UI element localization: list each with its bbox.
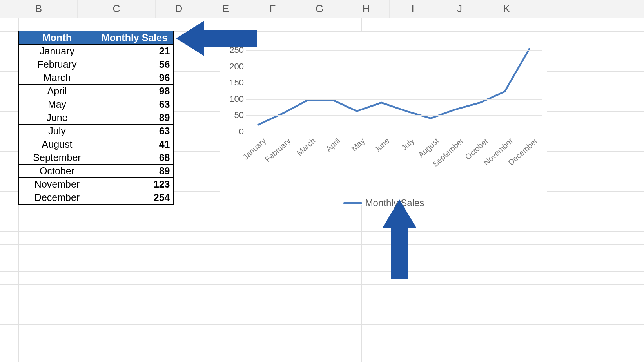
cell-month[interactable]: November bbox=[18, 177, 96, 191]
cell-sales[interactable]: 21 bbox=[96, 44, 174, 58]
worksheet-grid[interactable]: Month Monthly Sales January21February56M… bbox=[0, 18, 644, 362]
chart-object[interactable]: 050100150200250 JanuaryFebruaryMarchApri… bbox=[220, 32, 547, 205]
table-row[interactable]: April98 bbox=[18, 84, 174, 98]
legend-label: Monthly Sales bbox=[365, 197, 424, 208]
x-tick-label: May bbox=[350, 136, 366, 153]
cell-month[interactable]: January bbox=[18, 44, 96, 58]
table-row[interactable]: August41 bbox=[18, 138, 174, 151]
y-tick-label: 0 bbox=[222, 127, 244, 137]
column-header-K[interactable]: K bbox=[483, 0, 530, 18]
table-row[interactable]: December254 bbox=[18, 191, 174, 204]
x-tick-label: April bbox=[324, 136, 342, 154]
cell-sales[interactable]: 63 bbox=[96, 124, 174, 138]
line-series bbox=[246, 50, 542, 132]
table-row[interactable]: June89 bbox=[18, 111, 174, 124]
cell-sales[interactable]: 123 bbox=[96, 177, 174, 191]
chart-legend: Monthly Sales bbox=[220, 197, 547, 208]
y-tick-label: 150 bbox=[222, 78, 244, 88]
cell-month[interactable]: April bbox=[18, 84, 96, 98]
column-header-F[interactable]: F bbox=[249, 0, 296, 18]
cell-sales[interactable]: 96 bbox=[96, 71, 174, 85]
svg-marker-1 bbox=[383, 199, 416, 279]
legend-swatch bbox=[343, 202, 362, 204]
x-tick-label: July bbox=[400, 136, 416, 152]
table-row[interactable]: March96 bbox=[18, 71, 174, 84]
cell-month[interactable]: September bbox=[18, 151, 96, 165]
x-tick-label: February bbox=[263, 136, 293, 164]
table-row[interactable]: November123 bbox=[18, 177, 174, 191]
cell-sales[interactable]: 41 bbox=[96, 138, 174, 151]
x-tick-label: June bbox=[373, 136, 392, 154]
column-header-C[interactable]: C bbox=[78, 0, 156, 18]
y-tick-label: 100 bbox=[222, 94, 244, 104]
cell-sales[interactable]: 89 bbox=[96, 164, 174, 178]
column-header-B[interactable]: B bbox=[0, 0, 78, 18]
cell-sales[interactable]: 68 bbox=[96, 151, 174, 165]
plot-area bbox=[246, 50, 542, 132]
cell-sales[interactable]: 56 bbox=[96, 58, 174, 71]
column-header-G[interactable]: G bbox=[296, 0, 343, 18]
table-row[interactable]: September68 bbox=[18, 151, 174, 164]
header-sales[interactable]: Monthly Sales bbox=[96, 31, 174, 45]
table-row[interactable]: July63 bbox=[18, 124, 174, 138]
cell-month[interactable]: August bbox=[18, 138, 96, 151]
column-header-H[interactable]: H bbox=[343, 0, 390, 18]
cell-month[interactable]: March bbox=[18, 71, 96, 85]
cell-month[interactable]: May bbox=[18, 98, 96, 111]
column-header-pad bbox=[530, 0, 644, 18]
header-month[interactable]: Month bbox=[18, 31, 96, 45]
cell-sales[interactable]: 254 bbox=[96, 191, 174, 205]
cell-month[interactable]: October bbox=[18, 164, 96, 178]
x-tick-label: March bbox=[295, 136, 317, 157]
cell-month[interactable]: December bbox=[18, 191, 96, 205]
table-row[interactable]: February56 bbox=[18, 58, 174, 71]
table-row[interactable]: January21 bbox=[18, 44, 174, 58]
cell-sales[interactable]: 89 bbox=[96, 111, 174, 125]
data-table[interactable]: Month Monthly Sales January21February56M… bbox=[18, 31, 174, 204]
column-headers: BCDEFGHIJK bbox=[0, 0, 644, 18]
cell-month[interactable]: February bbox=[18, 58, 96, 71]
cell-month[interactable]: June bbox=[18, 111, 96, 125]
cell-sales[interactable]: 98 bbox=[96, 84, 174, 98]
column-header-I[interactable]: I bbox=[390, 0, 436, 18]
column-header-J[interactable]: J bbox=[436, 0, 483, 18]
cell-month[interactable]: July bbox=[18, 124, 96, 138]
table-row[interactable]: May63 bbox=[18, 98, 174, 111]
column-header-E[interactable]: E bbox=[202, 0, 249, 18]
arrow-up-icon bbox=[383, 199, 416, 279]
y-tick-label: 200 bbox=[222, 62, 244, 72]
table-row[interactable]: October89 bbox=[18, 164, 174, 177]
y-tick-label: 250 bbox=[222, 45, 244, 55]
y-tick-label: 50 bbox=[222, 110, 244, 120]
column-header-D[interactable]: D bbox=[156, 0, 202, 18]
cell-sales[interactable]: 63 bbox=[96, 98, 174, 111]
table-header-row: Month Monthly Sales bbox=[18, 31, 174, 44]
